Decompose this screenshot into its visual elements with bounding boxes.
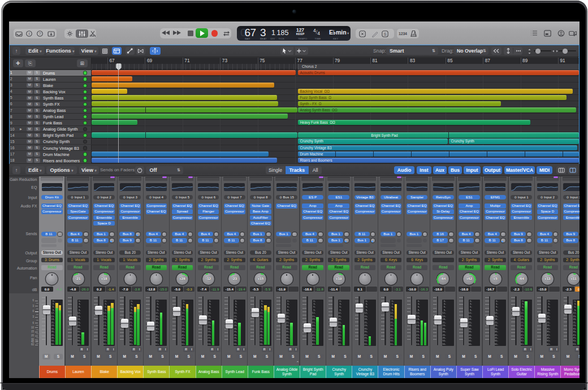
svg-text:i: i bbox=[29, 31, 30, 36]
svg-text:?: ? bbox=[39, 32, 41, 36]
svg-text:S: S bbox=[384, 32, 387, 36]
